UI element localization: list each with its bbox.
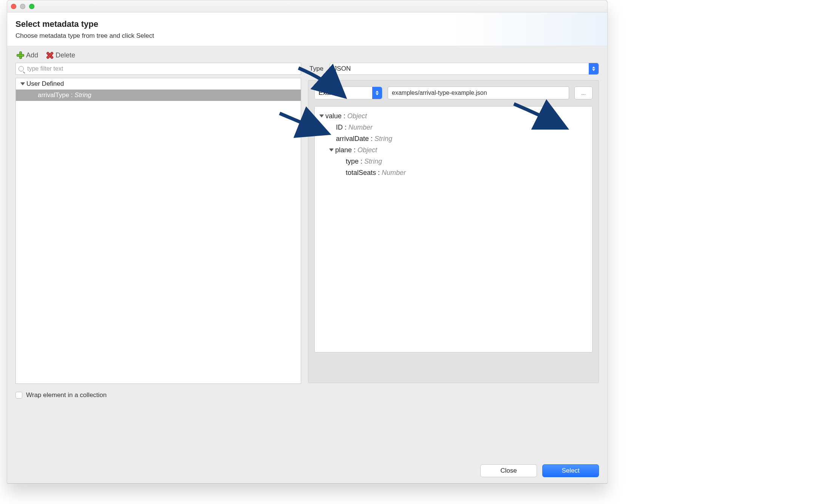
json-node-type: Object xyxy=(347,112,367,120)
tree-root-user-defined[interactable]: User Defined xyxy=(16,78,301,90)
wrap-row: Wrap element in a collection xyxy=(7,387,607,399)
window-minimize-button[interactable] xyxy=(20,4,25,9)
json-node-name: totalSeats xyxy=(346,169,376,177)
dialog-subtitle: Choose metadata type from tree and click… xyxy=(15,32,599,40)
window-zoom-button[interactable] xyxy=(29,4,34,9)
plus-icon xyxy=(17,52,24,59)
tree-item-sep: : xyxy=(69,91,74,99)
tree-item-arrivaltype[interactable]: arrivalType : String xyxy=(16,90,301,101)
delete-icon xyxy=(46,52,53,59)
example-path-input[interactable] xyxy=(388,87,569,99)
add-button-label: Add xyxy=(26,51,38,59)
json-node-name: arrivalDate xyxy=(336,135,369,143)
type-select[interactable]: JSON xyxy=(330,63,599,75)
type-label: Type xyxy=(309,65,323,73)
delete-button[interactable]: Delete xyxy=(45,51,77,60)
json-node-id[interactable]: ID : Number xyxy=(319,122,588,133)
toolbar: Add Delete xyxy=(7,46,607,63)
browse-button[interactable]: ... xyxy=(574,87,593,99)
json-structure-tree[interactable]: value : Object ID : Number arr xyxy=(314,106,593,352)
filter-input[interactable] xyxy=(15,63,301,75)
dialog-button-row: Close Select xyxy=(7,464,607,477)
dialog-title: Select metadata type xyxy=(15,19,599,29)
tree-root-label: User Defined xyxy=(26,80,64,88)
wrap-collection-checkbox[interactable] xyxy=(15,392,22,399)
dialog-header: Select metadata type Choose metadata typ… xyxy=(7,12,607,46)
filter-field-wrapper xyxy=(15,63,301,75)
json-node-type: Number xyxy=(382,169,406,177)
source-mode-value: Example xyxy=(319,89,344,97)
select-stepper-icon xyxy=(372,87,382,99)
json-node-name: ID xyxy=(336,124,343,131)
dialog-window: Select metadata type Choose metadata typ… xyxy=(7,0,608,484)
json-node-type: String xyxy=(364,158,382,165)
tree-item-name: arrivalType xyxy=(38,91,69,99)
json-node-plane-type[interactable]: type : String xyxy=(319,156,588,167)
disclosure-triangle-icon xyxy=(319,114,324,117)
select-stepper-icon xyxy=(589,63,599,74)
json-node-type: Object xyxy=(357,146,377,154)
disclosure-triangle-icon xyxy=(20,82,25,85)
tree-item-type: String xyxy=(74,91,91,99)
window-close-button[interactable] xyxy=(11,4,16,9)
json-node-type: String xyxy=(374,135,392,143)
search-icon xyxy=(19,66,24,71)
add-button[interactable]: Add xyxy=(15,51,40,60)
close-button[interactable]: Close xyxy=(480,464,537,477)
titlebar xyxy=(7,0,607,12)
type-select-value: JSON xyxy=(334,65,351,73)
json-node-name: value xyxy=(325,112,342,120)
delete-button-label: Delete xyxy=(56,51,75,59)
details-panel: Example ... value : Object xyxy=(308,80,599,383)
metadata-tree[interactable]: User Defined arrivalType : String xyxy=(15,78,301,384)
wrap-collection-label: Wrap element in a collection xyxy=(26,391,107,399)
json-node-value[interactable]: value : Object xyxy=(319,110,588,122)
json-node-name: plane xyxy=(335,146,352,154)
source-mode-select[interactable]: Example xyxy=(314,87,382,99)
json-node-arrivaldate[interactable]: arrivalDate : String xyxy=(319,133,588,144)
json-node-plane[interactable]: plane : Object xyxy=(319,144,588,156)
json-node-type: Number xyxy=(348,124,373,131)
json-node-plane-totalseats[interactable]: totalSeats : Number xyxy=(319,167,588,178)
select-button[interactable]: Select xyxy=(542,464,599,477)
disclosure-triangle-icon xyxy=(329,148,334,152)
json-node-name: type xyxy=(346,158,359,165)
